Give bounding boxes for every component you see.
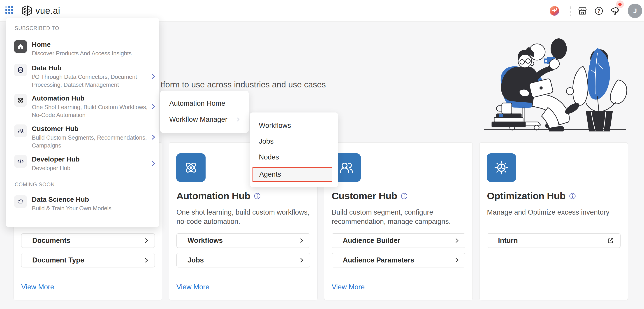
grid-icon bbox=[6, 6, 14, 14]
chevron-right-icon bbox=[152, 134, 155, 140]
apps-dropdown-menu: SUBSCRIBED TO Home Discover Products And… bbox=[6, 18, 159, 227]
card-description: Build custom segment, configure recommen… bbox=[332, 208, 466, 226]
menu-item-home[interactable]: Home Discover Products And Access Insigh… bbox=[14, 40, 155, 57]
inturn-button[interactable]: Inturn bbox=[487, 233, 620, 248]
vue-ai-app: vue.ai ? bbox=[0, 0, 644, 309]
card-description: One shot learning, build custom workflow… bbox=[176, 208, 310, 226]
external-link-icon bbox=[607, 237, 614, 244]
menu-item-data-science-hub[interactable]: Data Science Hub Build & Train Your Own … bbox=[14, 195, 155, 212]
chevron-right-icon bbox=[152, 161, 155, 166]
chevron-right-icon bbox=[152, 74, 155, 79]
customer-hub-card: Customer Hub Build custom segment, confi… bbox=[324, 142, 473, 300]
chevron-right-icon bbox=[300, 258, 304, 263]
chevron-right-icon bbox=[145, 258, 148, 263]
button-label: Workflows bbox=[188, 236, 223, 245]
flyout-item-agents-highlighted[interactable]: Agents bbox=[252, 167, 332, 182]
sparkle-icon bbox=[550, 6, 559, 16]
submenu-item-workflow-manager[interactable]: Workflow Manager bbox=[160, 111, 249, 127]
button-label: Document Type bbox=[32, 256, 84, 264]
menu-item-automation-hub[interactable]: Automation Hub One Shot Learning, Build … bbox=[14, 94, 155, 119]
card-title-row: Optimization Hub bbox=[487, 190, 576, 201]
automation-hub-submenu: Automation Home Workflow Manager bbox=[160, 91, 249, 133]
info-icon[interactable] bbox=[401, 193, 408, 199]
announcements-button[interactable] bbox=[610, 6, 621, 16]
flyout-item-nodes[interactable]: Nodes bbox=[259, 153, 279, 161]
workflows-button[interactable]: Workflows bbox=[176, 233, 310, 248]
card-title: Optimization Hub bbox=[487, 190, 566, 201]
documents-button[interactable]: Documents bbox=[21, 233, 155, 248]
button-label: Documents bbox=[32, 236, 70, 245]
workflow-manager-flyout: Workflows Jobs Nodes Agents bbox=[250, 113, 338, 187]
menu-item-customer-hub[interactable]: Customer Hub Build Custom Segments, Reco… bbox=[14, 124, 155, 150]
logo-text: vue.ai bbox=[36, 6, 60, 16]
gear-icon-glyph bbox=[494, 160, 509, 175]
menu-item-subtitle: Build Custom Segments, Recommendations, … bbox=[32, 134, 155, 150]
submenu-item-label: Workflow Manager bbox=[169, 115, 228, 124]
page-heading-fragment: tform to use across industries and use c… bbox=[161, 80, 326, 90]
menu-item-subtitle: Discover Products And Access Insights bbox=[32, 50, 132, 57]
menu-item-subtitle: One Shot Learning, Build Custom Workflow… bbox=[32, 103, 155, 119]
app-grid-button[interactable] bbox=[6, 6, 14, 15]
menu-item-subtitle: Developer Hub bbox=[32, 164, 80, 172]
menu-item-title: Data Science Hub bbox=[32, 195, 112, 204]
menu-item-title: Automation Hub bbox=[32, 94, 155, 103]
chevron-right-icon bbox=[145, 238, 148, 243]
button-label: Jobs bbox=[188, 256, 204, 264]
home-icon-glyph bbox=[17, 43, 24, 50]
card-title-row: Automation Hub bbox=[176, 190, 260, 201]
menu-item-title: Home bbox=[32, 40, 132, 49]
marketplace-button[interactable] bbox=[578, 6, 587, 16]
flyout-item-jobs[interactable]: Jobs bbox=[259, 137, 274, 145]
atom-icon-glyph bbox=[183, 160, 199, 175]
card-title: Customer Hub bbox=[332, 190, 397, 201]
atom-icon-glyph bbox=[17, 97, 24, 104]
info-icon[interactable] bbox=[254, 193, 260, 199]
chevron-right-icon bbox=[455, 258, 459, 263]
chevron-right-icon bbox=[152, 104, 155, 109]
jobs-button[interactable]: Jobs bbox=[176, 253, 310, 267]
section-label-subscribed: SUBSCRIBED TO bbox=[15, 25, 59, 31]
atom-icon bbox=[176, 153, 206, 182]
card-title-row: Customer Hub bbox=[332, 190, 408, 201]
menu-item-developer-hub[interactable]: Developer Hub Developer Hub bbox=[14, 155, 155, 172]
vue-ai-logo[interactable]: vue.ai bbox=[22, 5, 60, 16]
view-more-link[interactable]: View More bbox=[176, 283, 210, 291]
menu-item-data-hub[interactable]: Data Hub I/O Through Data Connectors, Do… bbox=[14, 64, 155, 89]
flyout-item-workflows[interactable]: Workflows bbox=[259, 122, 291, 130]
atom-icon bbox=[14, 94, 27, 107]
navbar-divider bbox=[72, 6, 72, 16]
ai-assistant-button[interactable] bbox=[550, 6, 559, 16]
megaphone-icon bbox=[610, 6, 620, 15]
chevron-right-icon bbox=[300, 238, 304, 243]
menu-item-title: Developer Hub bbox=[32, 155, 80, 164]
code-icon-glyph bbox=[17, 158, 24, 165]
document-type-button[interactable]: Document Type bbox=[21, 253, 155, 267]
database-icon-glyph bbox=[17, 67, 24, 73]
help-button[interactable]: ? bbox=[594, 6, 604, 16]
button-label: Audience Builder bbox=[343, 236, 400, 245]
cloud-icon-glyph bbox=[17, 198, 24, 205]
audience-parameters-button[interactable]: Audience Parameters bbox=[332, 253, 465, 267]
users-icon-glyph bbox=[338, 159, 354, 176]
submenu-item-automation-home[interactable]: Automation Home bbox=[160, 95, 249, 111]
menu-item-subtitle: Build & Train Your Own Models bbox=[32, 204, 112, 212]
menu-item-title: Data Hub bbox=[32, 64, 155, 72]
gear-icon bbox=[487, 153, 516, 182]
optimization-hub-card: Optimization Hub Manage and Optimize exc… bbox=[479, 142, 628, 300]
database-icon bbox=[14, 64, 27, 76]
card-description: Manage and Optimize excess inventory bbox=[487, 208, 621, 217]
view-more-link[interactable]: View More bbox=[332, 283, 365, 291]
notification-dot bbox=[618, 3, 622, 6]
user-avatar[interactable]: J bbox=[628, 4, 642, 18]
info-icon[interactable] bbox=[569, 193, 576, 199]
submenu-item-label: Automation Home bbox=[169, 99, 225, 108]
view-more-link[interactable]: View More bbox=[21, 283, 54, 291]
vue-ai-logo-mark bbox=[22, 5, 32, 16]
section-label-coming-soon: COMING SOON bbox=[15, 182, 54, 188]
button-label: Inturn bbox=[498, 236, 518, 245]
menu-item-title: Customer Hub bbox=[32, 124, 155, 133]
audience-builder-button[interactable]: Audience Builder bbox=[332, 233, 465, 248]
menu-item-subtitle: I/O Through Data Connectors, Document Pr… bbox=[32, 73, 155, 89]
help-icon: ? bbox=[594, 6, 604, 15]
chevron-right-icon bbox=[455, 238, 459, 243]
